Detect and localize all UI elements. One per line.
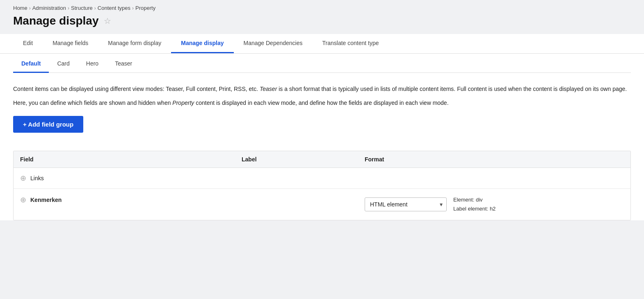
breadcrumb-structure[interactable]: Structure: [71, 5, 93, 11]
field-name-kenmerken: Kenmerken: [30, 197, 62, 203]
element-info-kenmerken: Element: divLabel element: h2: [453, 195, 496, 213]
col-header-label: Label: [242, 156, 365, 163]
tab-translate-content-type[interactable]: Translate content type: [313, 34, 389, 53]
field-table: Field Label Format ⊕ Links ⊕ Kenmerken: [13, 151, 631, 220]
breadcrumb-property: Property: [135, 5, 155, 11]
drag-handle-kenmerken[interactable]: ⊕: [20, 195, 26, 204]
breadcrumb-sep-1: ›: [68, 5, 69, 11]
breadcrumb-sep-0: ›: [29, 5, 31, 11]
page-title: Manage display: [13, 14, 99, 27]
content-area: Default Card Hero Teaser Content items c…: [0, 54, 644, 220]
breadcrumb-sep-3: ›: [132, 5, 134, 11]
subtab-card[interactable]: Card: [49, 55, 78, 73]
breadcrumb-content-types[interactable]: Content types: [98, 5, 130, 11]
table-row-kenmerken: ⊕ Kenmerken HTML element Fieldset Detail…: [14, 189, 630, 220]
tab-manage-dependencies[interactable]: Manage Dependencies: [234, 34, 313, 53]
sub-tabs: Default Card Hero Teaser: [13, 54, 631, 73]
format-cell-kenmerken: HTML element Fieldset Details Div Span ▾…: [365, 195, 624, 213]
field-name-links: Links: [30, 175, 44, 181]
description-line2: Here, you can define which fields are sh…: [13, 98, 631, 107]
breadcrumb-administration[interactable]: Administration: [32, 5, 66, 11]
format-select-kenmerken[interactable]: HTML element Fieldset Details Div Span: [365, 197, 447, 211]
breadcrumb-sep-2: ›: [94, 5, 96, 11]
col-header-field: Field: [20, 156, 242, 163]
favorite-star-icon[interactable]: ☆: [104, 16, 111, 26]
add-field-group-button[interactable]: + Add field group: [13, 116, 83, 133]
table-row-links: ⊕ Links: [14, 168, 630, 189]
drag-handle-links[interactable]: ⊕: [20, 174, 26, 183]
subtab-default[interactable]: Default: [13, 55, 49, 73]
breadcrumb: Home › Administration › Structure › Cont…: [0, 0, 644, 13]
subtab-teaser[interactable]: Teaser: [107, 55, 140, 73]
breadcrumb-home[interactable]: Home: [13, 5, 27, 11]
tab-edit[interactable]: Edit: [13, 34, 43, 53]
description-section: Content items can be displayed using dif…: [13, 73, 631, 151]
description-line1: Content items can be displayed using dif…: [13, 84, 631, 93]
table-header: Field Label Format: [14, 151, 630, 168]
main-tabs: Edit Manage fields Manage form display M…: [0, 34, 644, 54]
col-header-format: Format: [365, 156, 624, 163]
page-title-row: Manage display ☆: [0, 13, 644, 34]
subtab-hero[interactable]: Hero: [78, 55, 107, 73]
tab-manage-form-display[interactable]: Manage form display: [98, 34, 171, 53]
tab-manage-display[interactable]: Manage display: [171, 34, 233, 53]
format-select-wrapper: HTML element Fieldset Details Div Span ▾: [365, 197, 447, 211]
tab-manage-fields[interactable]: Manage fields: [43, 34, 98, 53]
